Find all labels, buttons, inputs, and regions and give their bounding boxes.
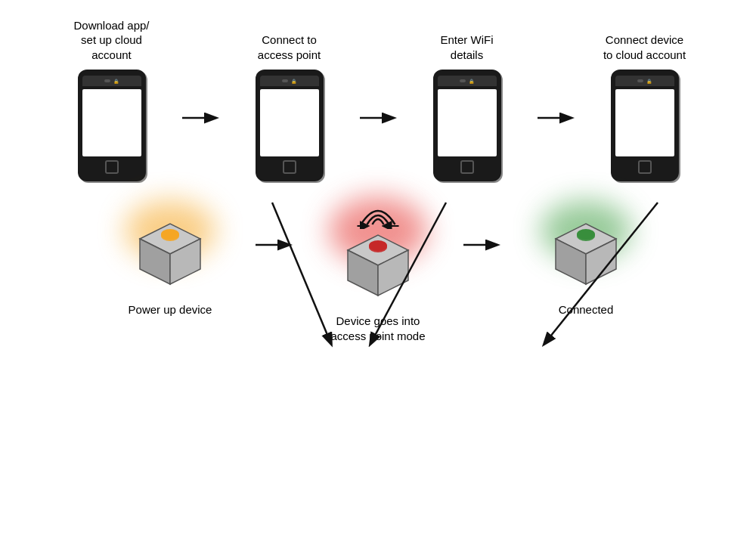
step-cloud: Connect deviceto cloud account bbox=[577, 23, 713, 181]
phone-top-bar-2 bbox=[260, 76, 319, 86]
step-connect-ap: Connect toaccess point bbox=[222, 23, 358, 181]
box-connected bbox=[541, 209, 631, 295]
device-ap-label: Device goes intoaccess point mode bbox=[330, 314, 425, 343]
phone-1 bbox=[78, 70, 146, 181]
step-download-label: Download app/set up cloudaccount bbox=[73, 23, 149, 62]
phone-top-bar-3 bbox=[438, 76, 497, 86]
arrow-3-svg bbox=[535, 107, 577, 128]
phone-2 bbox=[256, 70, 324, 181]
wifi-signal bbox=[354, 193, 403, 232]
phone-home-btn-2 bbox=[283, 160, 296, 174]
svg-point-21 bbox=[577, 229, 595, 240]
device-connected-label: Connected bbox=[559, 302, 614, 317]
step-wifi-label: Enter WiFidetails bbox=[440, 23, 493, 62]
device-step-ap: Device goes intoaccess point mode bbox=[295, 196, 461, 343]
phone-screen-4 bbox=[615, 89, 674, 156]
bottom-row: Power up device bbox=[23, 196, 733, 343]
box-connected-svg bbox=[541, 209, 631, 292]
phone-4 bbox=[611, 70, 679, 181]
phone-3 bbox=[433, 70, 501, 181]
bottom-arrow-2-svg bbox=[461, 234, 503, 255]
phone-top-bar-1 bbox=[82, 76, 141, 86]
device-powerup-container bbox=[117, 196, 223, 295]
device-ap-container bbox=[325, 196, 431, 306]
arrow-1 bbox=[180, 68, 222, 136]
device-powerup-label: Power up device bbox=[129, 302, 212, 317]
svg-point-7 bbox=[161, 229, 179, 240]
arrow-2-svg bbox=[358, 107, 399, 128]
top-row: Download app/set up cloudaccount Connect… bbox=[23, 23, 733, 181]
device-step-powerup: Power up device bbox=[87, 196, 253, 317]
phone-home-btn-1 bbox=[105, 160, 119, 174]
phone-screen-2 bbox=[260, 89, 319, 156]
device-step-connected: Connected bbox=[503, 196, 669, 317]
device-connected-container bbox=[533, 196, 639, 295]
step-download: Download app/set up cloudaccount bbox=[44, 23, 180, 181]
phone-top-bar-4 bbox=[615, 76, 674, 86]
box-powerup bbox=[125, 209, 215, 295]
step-connect-ap-label: Connect toaccess point bbox=[258, 23, 321, 62]
arrow-1-svg bbox=[180, 107, 222, 128]
step-cloud-label: Connect deviceto cloud account bbox=[603, 23, 686, 62]
svg-point-15 bbox=[369, 240, 387, 251]
phone-screen-1 bbox=[82, 89, 141, 156]
wifi-arcs-svg bbox=[354, 193, 403, 229]
step-wifi: Enter WiFidetails bbox=[399, 23, 535, 181]
bottom-arrow-2 bbox=[461, 196, 503, 255]
arrow-2 bbox=[358, 68, 399, 136]
diagram: Download app/set up cloudaccount Connect… bbox=[0, 0, 756, 557]
bottom-arrow-1 bbox=[253, 196, 295, 255]
box-ap-svg bbox=[333, 220, 423, 303]
box-ap bbox=[333, 220, 423, 306]
phone-home-btn-3 bbox=[460, 160, 474, 174]
phone-screen-3 bbox=[438, 89, 497, 156]
arrow-3 bbox=[535, 68, 577, 136]
phone-home-btn-4 bbox=[638, 160, 652, 174]
bottom-arrow-1-svg bbox=[253, 234, 295, 255]
box-powerup-svg bbox=[125, 209, 215, 292]
